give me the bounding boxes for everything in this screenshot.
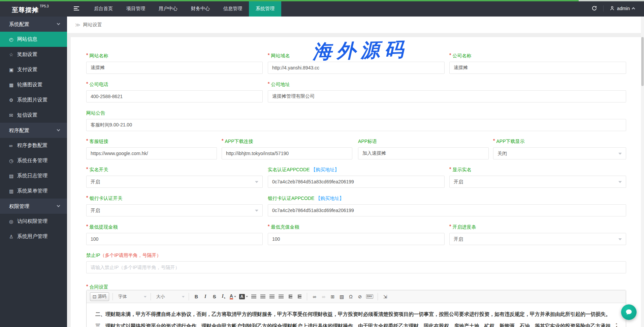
sidebar-item-reward-settings[interactable]: ☆奖励设置	[0, 47, 67, 62]
company-name-input[interactable]	[449, 62, 626, 74]
show-realname-select[interactable]: 开启	[449, 176, 626, 188]
special-char-button[interactable]: Ω	[347, 293, 355, 301]
flash-icon: ⊘	[358, 294, 362, 299]
refresh-button[interactable]	[591, 5, 597, 11]
nav-item-info-management[interactable]: 信息管理	[217, 0, 249, 17]
app-slogan-label: APP标语	[358, 138, 377, 144]
show-realname-label: *显示实名	[449, 167, 471, 173]
strikethrough-button[interactable]: S	[211, 293, 219, 301]
sidebar-item-label: 支付设置	[17, 66, 37, 73]
caret-down-icon	[234, 296, 236, 297]
realname-appcode-input[interactable]	[268, 176, 445, 188]
sidebar-item-system-users[interactable]: ♙系统用户管理	[0, 229, 67, 244]
app-slogan-input[interactable]	[358, 147, 489, 159]
unlink-button[interactable]: ∞	[320, 293, 328, 301]
company-phone-input[interactable]	[86, 90, 263, 102]
hamburger-icon[interactable]	[70, 0, 83, 17]
user-menu[interactable]: admin	[610, 6, 635, 11]
sidebar-section-permission-management[interactable]: 权限管理	[0, 199, 67, 214]
sidebar-item-system-tasks[interactable]: ◷系统任务管理	[0, 153, 67, 168]
chevron-down-icon	[57, 128, 60, 131]
div-container-button[interactable]: DIV	[365, 293, 374, 301]
font-family-select[interactable]: 字体	[116, 292, 147, 301]
toolbar-separator	[307, 293, 307, 300]
editor-content[interactable]: 二、理财期未满，甲方不得擅自终止本协议，否则，乙方将取消甲方的理财服务，甲方不享…	[87, 303, 626, 327]
sidebar-item-program-params[interactable]: ∞程序参数配置	[0, 138, 67, 153]
forbidden-ip-input[interactable]	[86, 261, 626, 273]
site-name-input[interactable]	[86, 62, 263, 74]
source-code-button[interactable]: ⊡源码	[90, 292, 109, 301]
unordered-list-button[interactable]	[295, 293, 303, 301]
italic-icon: I	[204, 294, 206, 299]
top-nav: 后台首页项目管理用户中心财务中心信息管理系统管理	[87, 0, 281, 17]
special-char-icon: Ω	[349, 294, 352, 299]
nav-item-dashboard-home[interactable]: 后台首页	[87, 0, 120, 17]
bankcard-appcode-label-text: 银行卡认证APPCODE	[268, 196, 316, 201]
font-size-select[interactable]: 大小	[154, 292, 185, 301]
bold-button[interactable]: B	[192, 293, 200, 301]
scrollbar-thumb[interactable]	[641, 37, 644, 86]
bankcard-appcode-input[interactable]	[268, 204, 626, 216]
company-address-input[interactable]	[268, 90, 626, 102]
breadcrumb-label: 网站设置	[83, 22, 102, 28]
chevron-up-icon	[632, 7, 635, 11]
table-icon: ⊞	[331, 294, 335, 299]
sidebar-item-access-rights[interactable]: ◎访问权限管理	[0, 214, 67, 229]
nav-item-system-management[interactable]: 系统管理	[249, 0, 281, 17]
sidebar-item-sms-settings[interactable]: ✉短信设置	[0, 108, 67, 123]
sidebar-item-system-image-settings[interactable]: ⚙系统图片设置	[0, 92, 67, 108]
align-left-button[interactable]	[250, 293, 258, 301]
bg-color-button[interactable]: A	[238, 293, 249, 301]
scrollbar-track[interactable]	[641, 17, 644, 327]
sidebar-item-payment-settings[interactable]: ▣支付设置	[0, 62, 67, 77]
app-download-link-input[interactable]	[222, 147, 352, 159]
sidebar-section-system-config[interactable]: 系统配置	[0, 17, 67, 32]
realname-switch-select[interactable]: 开启	[86, 176, 263, 188]
realname-appcode-purchase-link[interactable]: 【购买地址】	[311, 167, 339, 172]
strikethrough-icon: S	[213, 294, 216, 299]
app: 至尊摆摊TP5.3 后台首页项目管理用户中心财务中心信息管理系统管理 admin…	[0, 0, 644, 327]
bankcard-switch-select[interactable]: 开启	[86, 204, 263, 216]
sidebar-item-carousel-settings[interactable]: ▦轮播图设置	[0, 77, 67, 92]
min-recharge-input[interactable]	[268, 233, 445, 245]
contract-paragraph: 三、理财方式以网络投资平台的形式进行合作。理财金由甲方帐户划转到乙方的综合理财帐…	[95, 323, 617, 327]
app-download-display-select[interactable]: 关闭	[493, 147, 626, 159]
clock-icon: ◷	[9, 158, 17, 164]
chat-button[interactable]	[621, 304, 637, 320]
image-button[interactable]: ▧	[338, 293, 346, 301]
required-asterisk: *	[86, 138, 88, 143]
min-withdraw-input[interactable]	[86, 233, 263, 245]
sidebar-section-program-config[interactable]: 程序配置	[0, 123, 67, 138]
site-domain-input[interactable]	[268, 62, 445, 74]
sidebar-item-system-logs[interactable]: ▤系统日志管理	[0, 168, 67, 183]
nav-item-finance-center[interactable]: 财务中心	[184, 0, 217, 17]
service-link-input[interactable]	[86, 147, 217, 159]
remove-format-button[interactable]: I	[220, 293, 228, 301]
table-button[interactable]: ⊞	[329, 293, 337, 301]
app-slogan-label-text: APP标语	[358, 139, 377, 144]
sidebar-item-label: 网站信息	[17, 36, 37, 42]
min-recharge-label-text: 最低充值金额	[271, 224, 299, 230]
flash-button[interactable]: ⊘	[356, 293, 364, 301]
text-color-button[interactable]: A	[229, 293, 237, 301]
italic-button[interactable]: I	[201, 293, 210, 301]
sidebar-item-system-menus[interactable]: ▥系统菜单管理	[0, 183, 67, 199]
align-right-button[interactable]	[268, 293, 276, 301]
text-color-icon: A	[230, 294, 233, 299]
sidebar-item-site-info[interactable]: ◴网站信息	[0, 32, 67, 47]
progress-bar-select[interactable]: 开启	[449, 233, 626, 245]
app-logo-version-badge: TP5.3	[40, 4, 49, 8]
align-center-button[interactable]	[259, 293, 267, 301]
nav-item-user-center[interactable]: 用户中心	[152, 0, 184, 17]
progress-bar-selected-value: 开启	[454, 236, 463, 242]
maximize-button[interactable]: ⇲	[381, 293, 389, 301]
ordered-list-button[interactable]	[286, 293, 294, 301]
nav-item-project-management[interactable]: 项目管理	[120, 0, 152, 17]
shield-icon: ◎	[9, 219, 17, 224]
site-notice-input[interactable]	[86, 119, 626, 131]
bankcard-appcode-purchase-link[interactable]: 【购买地址】	[316, 196, 344, 201]
forbidden-ip-label: 禁止IP（多个IP请用半角，号隔开）	[86, 252, 161, 258]
link-button[interactable]: ∞	[311, 293, 319, 301]
align-justify-icon	[279, 295, 284, 298]
align-justify-button[interactable]	[277, 293, 285, 301]
